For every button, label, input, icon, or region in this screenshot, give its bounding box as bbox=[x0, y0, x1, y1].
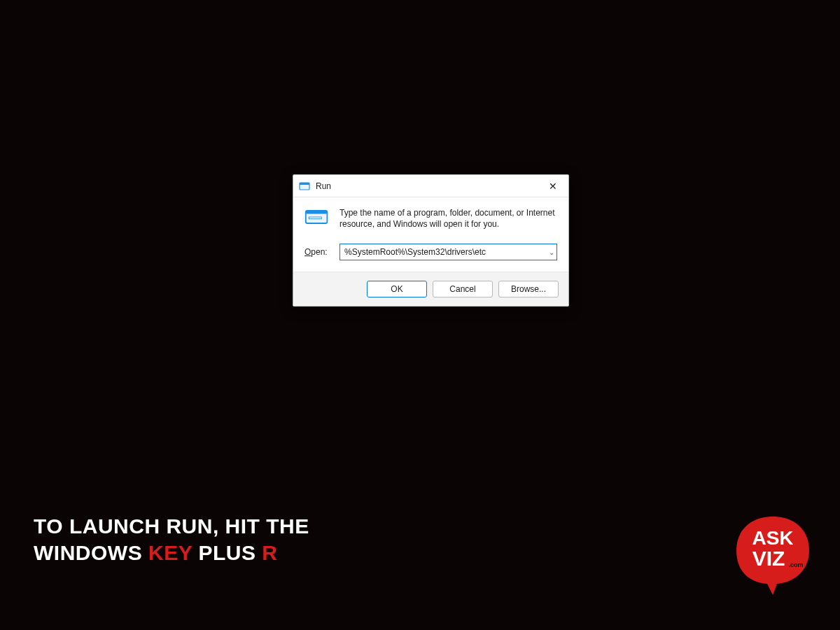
run-large-icon bbox=[304, 207, 330, 227]
close-icon: ✕ bbox=[549, 181, 557, 192]
dialog-description: Type the name of a program, folder, docu… bbox=[340, 207, 557, 230]
brand-line2: VIZ bbox=[752, 547, 785, 570]
run-app-icon bbox=[299, 181, 310, 192]
close-button[interactable]: ✕ bbox=[545, 178, 561, 195]
caption-seg-windows: WINDOWS bbox=[34, 541, 148, 564]
browse-button[interactable]: Browse... bbox=[498, 281, 559, 298]
button-bar: OK Cancel Browse... bbox=[293, 272, 568, 306]
run-dialog: Run ✕ Type the name of a program, folder… bbox=[293, 174, 569, 307]
svg-rect-4 bbox=[309, 217, 321, 219]
brand-line1: ASK bbox=[752, 527, 793, 549]
open-input[interactable] bbox=[340, 244, 557, 260]
dialog-body: Type the name of a program, folder, docu… bbox=[293, 197, 568, 272]
svg-rect-3 bbox=[306, 211, 328, 214]
caption-seg-r: R bbox=[262, 541, 277, 564]
dialog-title: Run bbox=[316, 181, 545, 191]
ok-button[interactable]: OK bbox=[367, 281, 427, 298]
open-label: Open: bbox=[304, 247, 331, 257]
caption-line-1: TO LAUNCH RUN, HIT THE bbox=[34, 513, 309, 540]
askviz-badge: ASK VIZ .com bbox=[731, 512, 815, 596]
cancel-button[interactable]: Cancel bbox=[433, 281, 493, 298]
titlebar[interactable]: Run ✕ bbox=[293, 175, 568, 197]
caption-seg-key: KEY bbox=[148, 541, 192, 564]
instruction-caption: TO LAUNCH RUN, HIT THE WINDOWS KEY PLUS … bbox=[34, 513, 309, 566]
brand-dotcom: .com bbox=[788, 561, 803, 568]
svg-rect-1 bbox=[300, 183, 309, 185]
caption-line-2: WINDOWS KEY PLUS R bbox=[34, 540, 309, 566]
open-combobox[interactable]: ⌄ bbox=[340, 244, 557, 260]
caption-seg-plus: PLUS bbox=[192, 541, 262, 564]
